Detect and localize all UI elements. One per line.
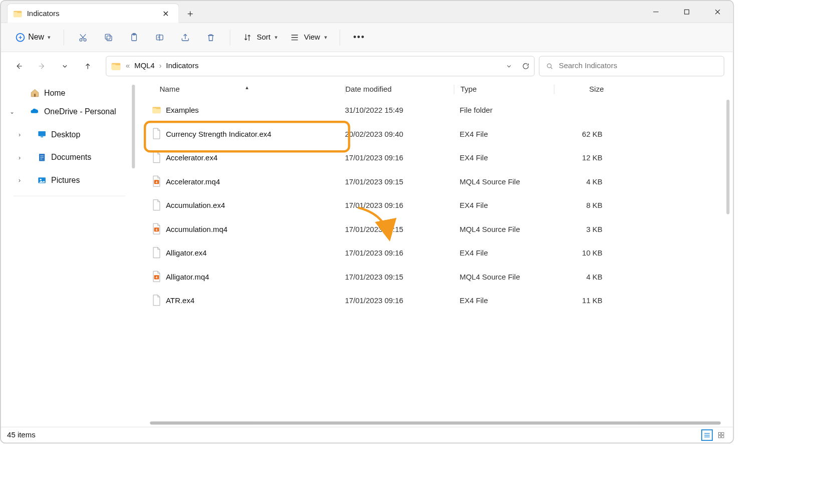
paste-button[interactable] [122, 28, 146, 47]
expand-icon[interactable]: › [19, 154, 21, 161]
file-row[interactable]: ATR.ex417/01/2023 09:16EX4 File11 KB [138, 289, 733, 313]
file-date: 17/01/2023 09:16 [345, 154, 453, 163]
horizontal-scrollbar-area [138, 419, 733, 427]
breadcrumb-part[interactable]: Indicators [166, 62, 198, 71]
maximize-button[interactable] [671, 1, 702, 23]
toolbar-separator [230, 30, 230, 46]
new-label: New [28, 33, 44, 42]
file-name-cell: ATR.ex4 [138, 294, 345, 309]
file-row[interactable]: 4Accumulation.mq417/01/2023 09:15MQL4 So… [138, 218, 733, 242]
expand-icon[interactable]: › [19, 177, 21, 184]
file-icon [152, 198, 161, 213]
tab-indicators[interactable]: Indicators ✕ [7, 4, 179, 23]
address-bar[interactable]: « MQL4 › Indicators [106, 56, 534, 76]
chevron-down-icon[interactable] [505, 62, 513, 70]
new-button[interactable]: + New ▾ [10, 29, 56, 46]
share-button[interactable] [173, 28, 197, 47]
search-icon [546, 62, 554, 70]
breadcrumb-part[interactable]: MQL4 [134, 62, 155, 71]
copy-button[interactable] [97, 28, 121, 47]
file-date: 17/01/2023 09:15 [345, 178, 453, 187]
file-icon [152, 294, 161, 309]
file-row[interactable]: Alligator.ex417/01/2023 09:16EX4 File10 … [138, 241, 733, 266]
column-name[interactable]: Name ▴ [138, 85, 345, 94]
tab-close-button[interactable]: ✕ [159, 7, 172, 20]
sidebar-documents[interactable]: › Documents [1, 148, 138, 167]
details-view-button[interactable] [701, 429, 713, 441]
search-input[interactable] [559, 62, 718, 71]
file-type: EX4 File [454, 130, 553, 139]
column-type[interactable]: Type [454, 85, 554, 94]
recent-locations-button[interactable] [56, 57, 74, 76]
back-button[interactable] [10, 57, 28, 76]
file-row[interactable]: 4Alligator.mq417/01/2023 09:15MQL4 Sourc… [138, 266, 733, 290]
search-box[interactable] [539, 56, 724, 76]
window-controls [641, 1, 733, 23]
file-date: 17/01/2023 09:16 [345, 297, 453, 306]
horizontal-scrollbar[interactable] [150, 421, 721, 424]
file-name: Currency Strength Indicator.ex4 [166, 130, 271, 139]
file-name-cell: 4Accelerator.mq4 [138, 175, 345, 189]
refresh-button[interactable] [522, 62, 530, 70]
file-icon [152, 127, 161, 142]
view-button[interactable]: View ▾ [285, 29, 333, 46]
file-row[interactable]: Examples31/10/2022 15:49File folder [138, 99, 733, 123]
sort-button[interactable]: Sort ▾ [237, 29, 283, 46]
folder-icon [13, 9, 23, 18]
breadcrumb-ellipsis[interactable]: « [126, 62, 130, 71]
file-size: 4 KB [553, 273, 615, 282]
file-size: 11 KB [553, 297, 615, 306]
svg-rect-10 [105, 34, 110, 39]
sidebar-item-label: Desktop [51, 130, 80, 139]
delete-button[interactable] [199, 28, 223, 47]
view-icon [290, 33, 299, 42]
file-name-cell: Alligator.ex4 [138, 246, 345, 261]
file-name: Accelerator.ex4 [166, 154, 218, 163]
svg-rect-26 [34, 94, 36, 97]
file-row[interactable]: Accumulation.ex417/01/2023 09:16EX4 File… [138, 194, 733, 218]
file-type: MQL4 Source File [454, 225, 553, 234]
file-row[interactable]: Currency Strength Indicator.ex420/02/202… [138, 123, 733, 147]
expand-icon[interactable]: ⌄ [10, 108, 15, 115]
svg-text:A: A [158, 36, 160, 39]
file-date: 17/01/2023 09:15 [345, 225, 453, 234]
toolbar-separator [64, 30, 64, 46]
rename-button[interactable]: A [148, 28, 172, 47]
forward-button[interactable] [33, 57, 51, 76]
file-date: 31/10/2022 15:49 [345, 106, 453, 115]
file-row[interactable]: 4Accelerator.mq417/01/2023 09:15MQL4 Sou… [138, 170, 733, 194]
sidebar-desktop[interactable]: › Desktop [1, 125, 138, 144]
column-type-label: Type [461, 85, 477, 94]
file-name: Alligator.ex4 [166, 249, 207, 258]
file-size: 3 KB [553, 225, 615, 234]
column-size[interactable]: Size [554, 85, 616, 94]
sort-icon [243, 33, 252, 42]
more-button[interactable]: ••• [347, 29, 371, 46]
cut-button[interactable] [71, 28, 95, 47]
up-button[interactable] [79, 57, 97, 76]
svg-rect-27 [38, 131, 46, 136]
sidebar-onedrive[interactable]: ⌄ OneDrive - Personal [1, 102, 138, 121]
sidebar-home[interactable]: Home [1, 84, 138, 102]
thumbnails-view-button[interactable] [715, 429, 727, 441]
file-icon: 4 [152, 270, 161, 285]
svg-text:4: 4 [156, 227, 158, 231]
svg-rect-9 [107, 36, 112, 41]
svg-rect-45 [719, 432, 721, 434]
new-tab-button[interactable]: ＋ [182, 5, 199, 23]
vertical-scrollbar[interactable] [726, 100, 729, 214]
sidebar-pictures[interactable]: › Pictures [1, 171, 138, 189]
sidebar-item-label: Pictures [51, 176, 80, 185]
minimize-button[interactable] [641, 1, 672, 23]
file-name-cell: 4Alligator.mq4 [138, 270, 345, 285]
expand-icon[interactable]: › [19, 131, 21, 138]
file-type: MQL4 Source File [454, 178, 553, 187]
column-date[interactable]: Date modified [345, 85, 454, 94]
file-type: MQL4 Source File [454, 273, 553, 282]
file-name: Accumulation.mq4 [166, 225, 228, 234]
chevron-down-icon: ▾ [48, 34, 50, 40]
svg-point-5 [80, 39, 82, 41]
close-button[interactable] [702, 1, 733, 23]
file-row[interactable]: Accelerator.ex417/01/2023 09:16EX4 File1… [138, 146, 733, 170]
svg-point-24 [547, 64, 551, 68]
